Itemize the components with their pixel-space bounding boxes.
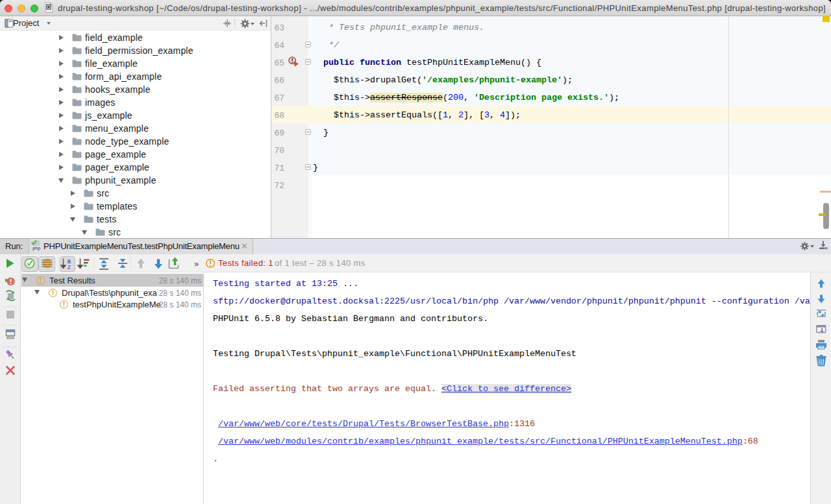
svg-text:»: »	[194, 259, 199, 269]
svg-text:php: php	[32, 246, 40, 251]
svg-text:z: z	[68, 263, 71, 270]
